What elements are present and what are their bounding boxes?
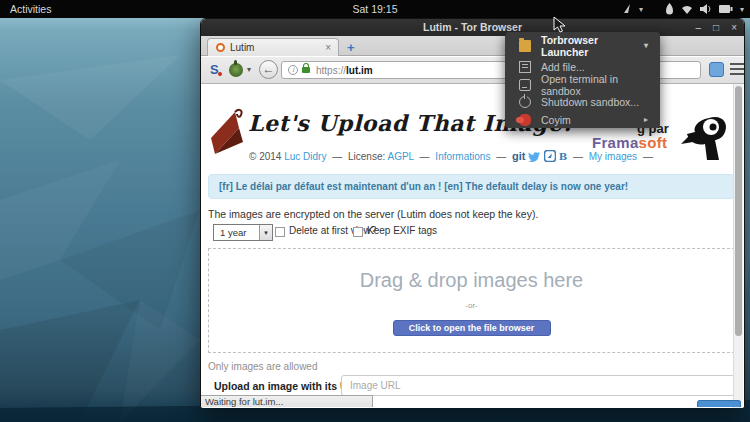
menu-item-label: Shutdown sandbox... [541, 96, 639, 108]
framasoft-bird-logo [679, 114, 731, 162]
power-icon [519, 96, 531, 108]
close-button[interactable]: × [731, 19, 737, 36]
bottom-action-button[interactable] [697, 400, 741, 407]
volume-icon[interactable] [700, 4, 712, 14]
open-file-browser-button[interactable]: Click to open the file browser [393, 320, 551, 336]
delay-select[interactable]: 1 year ▾ [213, 224, 273, 241]
terminal-icon [519, 79, 531, 91]
menu-item-label: Coyim [541, 114, 571, 126]
social-network-icon[interactable] [544, 150, 556, 162]
page-content: Let's Upload That Image! © 2014 Luc Didr… [201, 84, 744, 408]
encryption-note: The images are encrypted on the server (… [208, 208, 538, 220]
tab-label: Lutim [230, 42, 254, 53]
separator: — [332, 151, 342, 162]
desktop: Activities Sat 19:15 ▾ ▾ Lutim - Tor Bro… [0, 0, 750, 422]
mouse-cursor [553, 16, 566, 33]
framasoft-link[interactable]: Framasoft [592, 134, 667, 151]
meta-line: © 2014 Luc Didry — License: AGPL — Infor… [249, 150, 656, 162]
sandbox-indicator-icon[interactable] [622, 3, 632, 15]
add-file-icon [519, 61, 531, 73]
lutim-hat-logo [209, 108, 247, 158]
my-images-link[interactable]: My images [589, 151, 637, 162]
separator: — [573, 151, 583, 162]
system-menu-caret-icon[interactable]: ▾ [740, 5, 744, 14]
announcement-banner: [fr] Le délai par défaut est maintenant … [208, 174, 735, 199]
submenu-caret-icon: ▸ [644, 115, 648, 124]
torbutton-onion-icon[interactable] [229, 63, 243, 77]
keep-exif-label: Keep EXIF tags [367, 225, 437, 236]
drop-zone-or: -or- [209, 301, 734, 310]
informations-link[interactable]: Informations [435, 151, 490, 162]
minimize-button[interactable]: – [696, 19, 702, 36]
menu-item-label: Torbrowser Launcher [541, 34, 644, 58]
framasoft-name-part2: soft [639, 134, 668, 151]
tab-close-icon[interactable]: × [325, 42, 331, 53]
bookmark-panel-icon[interactable] [709, 62, 724, 77]
git-link[interactable]: git [512, 150, 525, 162]
url-host: lut.im [346, 65, 373, 76]
framasoft-name-part1: Frama [592, 134, 639, 151]
only-images-note: Only images are allowed [208, 361, 318, 372]
info-icon[interactable]: i [288, 65, 298, 75]
torbutton-caret-icon[interactable]: ▾ [247, 65, 251, 74]
sandbox-caret-icon[interactable]: ▾ [639, 5, 643, 14]
menu-item-coyim[interactable]: Coyim ▸ [505, 111, 660, 128]
license-link[interactable]: AGPL [387, 151, 413, 162]
lutim-favicon-icon [216, 43, 225, 52]
separator: — [420, 151, 430, 162]
menu-hamburger-icon[interactable] [730, 63, 744, 75]
folder-icon [519, 40, 531, 52]
window-controls: – □ × [696, 19, 737, 36]
network-icon[interactable] [681, 4, 693, 14]
delay-select-value: 1 year [220, 227, 246, 238]
submenu-expanded-caret-icon: ▾ [644, 41, 648, 50]
license-label: License: [348, 151, 385, 162]
noscript-icon[interactable]: S [210, 62, 219, 77]
tor-browser-window: Lutim - Tor Browser – □ × Lutim × + S ▾ … [200, 18, 745, 408]
separator: — [496, 151, 506, 162]
drag-drop-zone[interactable]: Drag & drop images here -or- Click to op… [208, 248, 735, 353]
window-titlebar[interactable]: Lutim - Tor Browser – □ × [201, 19, 744, 36]
battery-icon[interactable] [719, 5, 733, 13]
torch-icon[interactable] [665, 3, 674, 15]
upload-url-label: Upload an image with its URL [214, 380, 362, 392]
author-link[interactable]: Luc Didry [284, 151, 326, 162]
tab-lutim[interactable]: Lutim × [207, 38, 339, 56]
scrollbar-track[interactable] [733, 84, 743, 408]
url-protocol: https:// [316, 65, 346, 76]
gnome-top-bar: Activities Sat 19:15 ▾ ▾ [0, 0, 750, 18]
new-tab-button[interactable]: + [347, 40, 355, 55]
system-tray: ▾ ▾ [622, 0, 744, 18]
twitter-icon[interactable] [528, 151, 541, 162]
menu-item-open-terminal[interactable]: Open terminal in sandbox [505, 76, 660, 93]
browser-toolbar: S ▾ ← i https:// lut.im [201, 57, 744, 84]
coyim-icon [519, 114, 531, 126]
maximize-button[interactable]: □ [713, 19, 719, 36]
back-button[interactable]: ← [259, 60, 278, 79]
menu-item-label: Add file... [541, 61, 585, 73]
image-url-input[interactable] [341, 375, 735, 396]
status-bar: Waiting for lut.im... [201, 395, 373, 407]
menu-item-torbrowser-launcher[interactable]: Torbrowser Launcher ▾ [505, 37, 660, 54]
tab-bar: Lutim × + [201, 36, 744, 56]
delete-first-view-label: Delete at first view? [289, 225, 376, 236]
copyright-text: © 2014 [249, 151, 281, 162]
drop-zone-title: Drag & drop images here [209, 269, 734, 292]
separator: — [643, 151, 653, 162]
https-lock-icon[interactable] [302, 67, 310, 73]
menu-item-shutdown-sandbox[interactable]: Shutdown sandbox... [505, 93, 660, 110]
bitcoin-link[interactable]: B [559, 151, 567, 162]
sandbox-dropdown-menu: Torbrowser Launcher ▾ Add file... Open t… [505, 32, 660, 128]
delete-first-view-checkbox[interactable] [275, 227, 285, 237]
delay-select-caret-icon: ▾ [259, 225, 272, 240]
keep-exif-checkbox[interactable] [353, 227, 363, 237]
scrollbar-thumb[interactable] [735, 86, 742, 336]
